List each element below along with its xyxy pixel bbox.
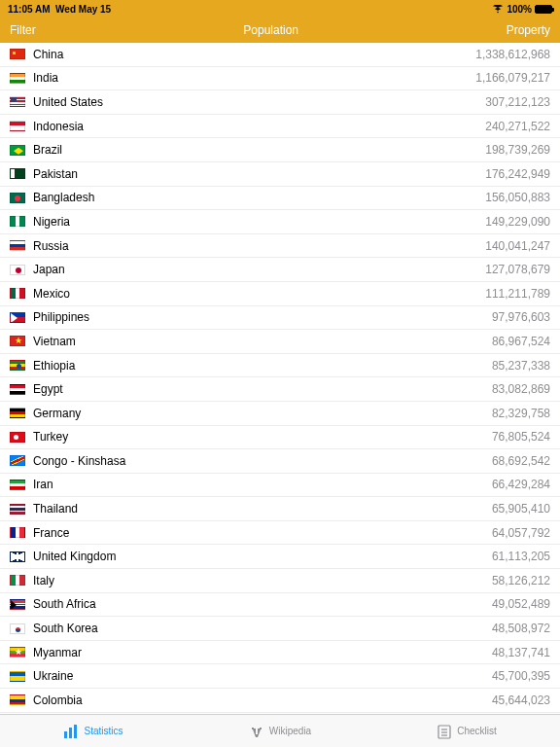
- population-value: 82,329,758: [492, 407, 550, 420]
- country-row[interactable]: Bangladesh156,050,883: [0, 187, 560, 211]
- checklist-icon: [437, 724, 452, 739]
- flag-icon: [10, 432, 25, 443]
- flag-icon: [10, 73, 25, 84]
- country-row[interactable]: United States307,212,123: [0, 90, 560, 115]
- tab-statistics[interactable]: Statistics: [0, 715, 187, 747]
- population-value: 307,212,123: [485, 95, 550, 109]
- flag-icon: [10, 623, 25, 634]
- country-name: Myanmar: [33, 646, 492, 659]
- country-row[interactable]: Brazil198,739,269: [0, 138, 560, 162]
- country-name: Russia: [33, 239, 485, 253]
- population-value: 97,976,603: [492, 310, 550, 324]
- population-value: 111,211,789: [485, 287, 550, 301]
- country-row[interactable]: Japan127,078,679: [0, 258, 560, 282]
- population-value: 49,052,489: [492, 597, 550, 611]
- property-button[interactable]: Property: [507, 23, 550, 37]
- country-row[interactable]: Mexico111,211,789: [0, 282, 560, 306]
- flag-icon: [10, 599, 25, 610]
- flag-icon: [10, 145, 25, 156]
- flag-icon: [10, 168, 25, 179]
- flag-icon: [10, 312, 25, 323]
- country-row[interactable]: France64,057,792: [0, 521, 560, 546]
- country-row[interactable]: South Korea48,508,972: [0, 617, 560, 641]
- country-name: Indonesia: [33, 120, 485, 133]
- status-bar: 11:05 AM Wed May 15 100%: [0, 0, 560, 18]
- country-row[interactable]: Myanmar48,137,741: [0, 641, 560, 665]
- country-name: Iran: [33, 478, 492, 491]
- flag-icon: [10, 336, 25, 346]
- country-name: United Kingdom: [33, 550, 492, 563]
- population-value: 68,692,542: [492, 454, 550, 468]
- country-name: Vietnam: [33, 335, 492, 348]
- population-value: 64,057,792: [492, 526, 550, 540]
- country-name: Mexico: [33, 287, 485, 301]
- country-list[interactable]: China1,338,612,968India1,166,079,217Unit…: [0, 43, 560, 714]
- population-value: 156,050,883: [485, 191, 550, 204]
- date-label: Wed May 15: [55, 4, 111, 15]
- population-value: 198,739,269: [485, 143, 550, 157]
- country-row[interactable]: United Kingdom61,113,205: [0, 545, 560, 569]
- tab-checklist[interactable]: Checklist: [373, 715, 560, 747]
- country-row[interactable]: Pakistan176,242,949: [0, 162, 560, 187]
- country-row[interactable]: Thailand65,905,410: [0, 497, 560, 521]
- country-row[interactable]: South Africa49,052,489: [0, 593, 560, 618]
- flag-icon: [10, 49, 25, 59]
- tab-wikipedia-label: Wikipedia: [269, 726, 311, 736]
- country-row[interactable]: Russia140,041,247: [0, 234, 560, 259]
- country-name: Pakistan: [33, 167, 485, 181]
- flag-icon: [10, 360, 25, 371]
- population-value: 58,126,212: [492, 574, 550, 587]
- country-row[interactable]: Congo - Kinshasa68,692,542: [0, 449, 560, 474]
- country-row[interactable]: Indonesia240,271,522: [0, 115, 560, 139]
- flag-icon: [10, 193, 25, 203]
- flag-icon: [10, 96, 25, 107]
- population-value: 45,700,395: [492, 669, 550, 683]
- country-name: Colombia: [33, 694, 492, 707]
- flag-icon: [10, 216, 25, 227]
- country-name: Thailand: [33, 502, 492, 516]
- population-value: 65,905,410: [492, 502, 550, 516]
- population-value: 48,137,741: [492, 646, 550, 659]
- flag-icon: [10, 647, 25, 658]
- country-row[interactable]: Nigeria149,229,090: [0, 210, 560, 234]
- population-value: 127,078,679: [485, 263, 550, 276]
- population-value: 86,967,524: [492, 335, 550, 348]
- country-row[interactable]: Turkey76,805,524: [0, 426, 560, 450]
- flag-icon: [10, 384, 25, 395]
- flag-icon: [10, 265, 25, 275]
- flag-icon: [10, 671, 25, 682]
- population-value: 149,229,090: [485, 215, 550, 229]
- country-name: Ukraine: [33, 669, 492, 683]
- flag-icon: [10, 504, 25, 515]
- nav-bar: Filter Population Property: [0, 18, 560, 43]
- country-name: Japan: [33, 263, 485, 276]
- country-name: Turkey: [33, 430, 492, 444]
- population-value: 61,113,205: [492, 550, 550, 563]
- country-row[interactable]: Germany82,329,758: [0, 402, 560, 426]
- country-name: Brazil: [33, 143, 485, 157]
- population-value: 45,644,023: [492, 694, 550, 707]
- svg-rect-2: [74, 725, 77, 738]
- country-row[interactable]: China1,338,612,968: [0, 43, 560, 67]
- population-value: 140,041,247: [485, 239, 550, 253]
- country-name: United States: [33, 95, 485, 109]
- country-name: France: [33, 526, 492, 540]
- country-row[interactable]: Ethiopia85,237,338: [0, 354, 560, 378]
- flag-icon: [10, 121, 25, 131]
- flag-icon: [10, 408, 25, 418]
- flag-icon: [10, 455, 25, 466]
- tab-wikipedia[interactable]: Wikipedia: [187, 715, 373, 747]
- country-row[interactable]: Ukraine45,700,395: [0, 664, 560, 689]
- filter-button[interactable]: Filter: [10, 23, 36, 37]
- population-value: 240,271,522: [485, 120, 550, 133]
- population-value: 76,805,524: [492, 430, 550, 444]
- svg-rect-1: [69, 728, 72, 738]
- country-row[interactable]: India1,166,079,217: [0, 67, 560, 91]
- country-row[interactable]: Colombia45,644,023: [0, 689, 560, 713]
- country-row[interactable]: Egypt83,082,869: [0, 377, 560, 402]
- country-row[interactable]: Italy58,126,212: [0, 569, 560, 593]
- country-row[interactable]: Vietnam86,967,524: [0, 330, 560, 354]
- country-row[interactable]: Philippines97,976,603: [0, 306, 560, 331]
- country-row[interactable]: Iran66,429,284: [0, 474, 560, 498]
- svg-rect-0: [64, 731, 67, 738]
